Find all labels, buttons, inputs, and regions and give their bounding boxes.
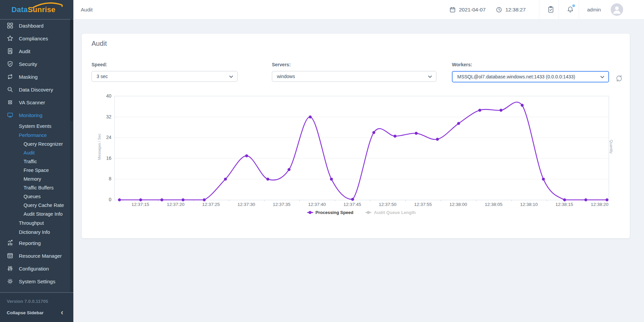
x-tick-label: 12:38:15 bbox=[549, 202, 579, 207]
sidebar-item-audit-storage-info[interactable]: Audit Storage Info bbox=[0, 210, 73, 218]
data-discovery-icon bbox=[7, 86, 13, 93]
sidebar-item-label: VA Scanner bbox=[19, 100, 45, 105]
sidebar-item-compliances[interactable]: Compliances bbox=[0, 32, 73, 45]
sidebar-item-reporting[interactable]: Reporting bbox=[0, 237, 73, 249]
sidebar-item-queues[interactable]: Queues bbox=[0, 192, 73, 201]
audit-panel: Audit Speed: 3 sec Servers: windows Work… bbox=[82, 34, 630, 238]
clipboard-check-icon bbox=[547, 6, 554, 13]
user-menu[interactable]: admin bbox=[587, 0, 601, 19]
sidebar-item-memory[interactable]: Memory bbox=[0, 175, 73, 183]
sidebar-item-label: Queues bbox=[24, 194, 41, 199]
security-icon bbox=[7, 61, 13, 67]
sidebar-item-query-cache-rate[interactable]: Query Cache Rate bbox=[0, 201, 73, 210]
sidebar-item-label: Reporting bbox=[19, 240, 41, 246]
chevron-down-icon bbox=[428, 74, 432, 79]
sidebar-item-label: Compliances bbox=[19, 36, 48, 41]
workers-filter: Workers: MSSQL@ol7.database.windows.net:… bbox=[452, 62, 609, 82]
sidebar-item-label: Masking bbox=[19, 74, 38, 80]
topbar-divider bbox=[579, 0, 579, 19]
legend-item-audit-queue-length[interactable]: Audit Queue Length bbox=[365, 210, 416, 215]
refresh-button[interactable] bbox=[615, 74, 623, 83]
y-axis-title-right: Quantity bbox=[609, 127, 613, 167]
sidebar-item-security[interactable]: Security bbox=[0, 58, 73, 70]
sidebar-item-resource-manager[interactable]: Resource Manager bbox=[0, 249, 73, 262]
sidebar-item-label: Audit Storage Info bbox=[24, 211, 63, 217]
sidebar-item-masking[interactable]: Masking bbox=[0, 70, 73, 83]
sidebar-item-dashboard[interactable]: Dashboard bbox=[0, 19, 73, 32]
tasks-button[interactable] bbox=[547, 6, 554, 13]
legend-label: Processing Speed bbox=[316, 210, 354, 215]
topbar-divider bbox=[539, 0, 539, 19]
notifications-button[interactable] bbox=[567, 6, 574, 13]
sidebar-item-label: Audit bbox=[24, 150, 35, 155]
legend-label: Audit Queue Length bbox=[374, 210, 416, 215]
x-tick-label: 12:38:00 bbox=[443, 202, 473, 207]
sidebar-item-label: Security bbox=[19, 61, 37, 67]
breadcrumb-title: Audit bbox=[81, 0, 93, 19]
notification-dot bbox=[572, 4, 575, 7]
x-tick-label: 12:38:05 bbox=[478, 202, 509, 207]
chevron-down-icon bbox=[600, 75, 605, 79]
speed-select[interactable]: 3 sec bbox=[92, 71, 238, 82]
x-tick-label: 12:37:20 bbox=[160, 202, 191, 207]
speed-filter: Speed: 3 sec bbox=[92, 62, 238, 82]
time-display[interactable]: 12:38:27 bbox=[496, 0, 526, 19]
main-content: Audit Speed: 3 sec Servers: windows Work… bbox=[73, 19, 644, 322]
sidebar-item-system-events[interactable]: System Events bbox=[0, 121, 73, 131]
collapse-sidebar-button[interactable]: Collapse Sidebar ‹ bbox=[7, 310, 68, 315]
sidebar-item-data-discovery[interactable]: Data Discovery bbox=[0, 83, 73, 96]
servers-select[interactable]: windows bbox=[272, 71, 436, 82]
legend-item-processing-speed[interactable]: Processing Speed bbox=[307, 210, 354, 215]
y-tick-label: 24 bbox=[94, 135, 111, 140]
workers-value: MSSQL@ol7.database.windows.net:1433 (0.0… bbox=[457, 74, 575, 79]
system-settings-icon bbox=[7, 278, 13, 285]
servers-filter: Servers: windows bbox=[272, 62, 436, 82]
workers-select[interactable]: MSSQL@ol7.database.windows.net:1433 (0.0… bbox=[452, 71, 609, 82]
sidebar-item-label: Monitoring bbox=[19, 112, 42, 118]
speed-label: Speed: bbox=[92, 62, 238, 67]
resource-manager-icon bbox=[7, 252, 13, 259]
performance-line-chart bbox=[114, 96, 609, 200]
sidebar-item-performance[interactable]: Performance bbox=[0, 131, 73, 140]
current-date: 2021-04-07 bbox=[459, 7, 486, 13]
sidebar-item-dictionary-info[interactable]: Dictionary Info bbox=[0, 227, 73, 237]
sidebar-scrollbar-thumb[interactable] bbox=[70, 20, 73, 121]
sidebar-scrollbar-track[interactable] bbox=[70, 19, 73, 292]
sidebar-item-label: Traffic bbox=[24, 159, 37, 164]
version-label: Version 7.0.0.11705 bbox=[7, 299, 48, 304]
sidebar-item-free-space[interactable]: Free Space bbox=[0, 166, 73, 175]
sidebar-item-audit[interactable]: Audit bbox=[0, 148, 73, 157]
sidebar-item-label: Memory bbox=[24, 176, 41, 182]
x-tick-label: 12:37:50 bbox=[372, 202, 403, 207]
y-tick-label: 32 bbox=[94, 114, 111, 119]
sidebar-item-va-scanner[interactable]: VA Scanner bbox=[0, 96, 73, 109]
sidebar-item-query-recognizer[interactable]: Query Recognizer bbox=[0, 140, 73, 148]
sidebar-item-configuration[interactable]: Configuration bbox=[0, 262, 73, 275]
sidebar-item-label: Performance bbox=[19, 133, 47, 138]
sidebar-item-traffic[interactable]: Traffic bbox=[0, 157, 73, 166]
brand-sunrise: Sunrise bbox=[28, 5, 56, 14]
brand-logo[interactable]: DataSunrise bbox=[0, 0, 73, 20]
sidebar-item-label: Data Discovery bbox=[19, 87, 53, 93]
date-picker[interactable]: 2021-04-07 bbox=[449, 0, 486, 19]
legend-marker bbox=[365, 212, 371, 213]
y-axis-title: Messages / Sec bbox=[97, 127, 101, 167]
sidebar-item-traffic-buffers[interactable]: Traffic Buffers bbox=[0, 183, 73, 192]
avatar-icon[interactable] bbox=[611, 3, 623, 16]
sidebar-item-monitoring[interactable]: Monitoring bbox=[0, 109, 73, 121]
dashboard-icon bbox=[7, 22, 13, 29]
calendar-icon bbox=[449, 6, 456, 13]
sidebar-item-label: Resource Manager bbox=[19, 253, 62, 259]
y-tick-label: 16 bbox=[94, 155, 111, 161]
workers-label: Workers: bbox=[452, 62, 609, 67]
sidebar-footer: Version 7.0.0.11705 Collapse Sidebar ‹ bbox=[0, 292, 73, 322]
sidebar: DataSunrise DashboardCompliancesAuditSec… bbox=[0, 0, 73, 322]
x-tick-label: 12:37:55 bbox=[408, 202, 438, 207]
topbar: Audit 2021-04-07 12:38:27 admin bbox=[73, 0, 644, 20]
sidebar-item-throughput[interactable]: Throughput bbox=[0, 218, 73, 227]
x-tick-label: 12:37:25 bbox=[196, 202, 226, 207]
y-tick-label: 40 bbox=[94, 93, 111, 99]
sidebar-item-audit[interactable]: Audit bbox=[0, 45, 73, 58]
chevron-down-icon bbox=[229, 74, 234, 79]
sidebar-item-system-settings[interactable]: System Settings bbox=[0, 275, 73, 288]
